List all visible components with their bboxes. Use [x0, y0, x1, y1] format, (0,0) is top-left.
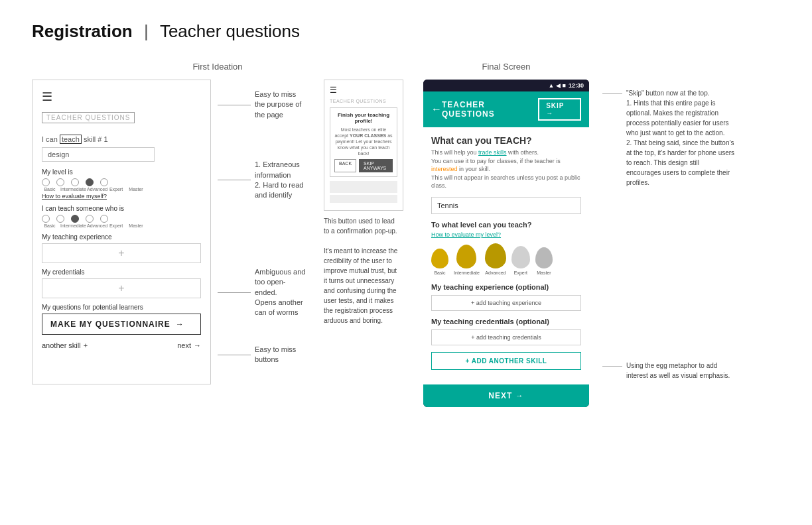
right-annotations: "Skip" button now at the top. 1. Hints t…	[602, 62, 735, 407]
back-arrow-icon[interactable]: ←	[431, 103, 442, 115]
egg-advanced: Advanced	[485, 243, 506, 275]
phone-body: What can you TEACH? This will help you t…	[423, 127, 589, 384]
page-header: Registration | Teacher questions	[0, 0, 812, 55]
wf-content-block-1	[330, 181, 397, 193]
hamburger-icon: ☰	[42, 89, 201, 104]
egg-master-shape	[535, 247, 553, 268]
wf-credentials-plus[interactable]: +	[42, 278, 201, 298]
egg-row: Basic Intermediate Advanced Expert	[431, 243, 581, 275]
first-ideation-label: First Ideation	[192, 62, 242, 72]
wf-teach-highlight: teach	[60, 135, 82, 144]
phone-section-title: What can you TEACH?	[431, 135, 581, 146]
egg-master-label: Master	[537, 270, 551, 275]
wf-mobile-popup: Finish your teaching profile! Most teach…	[330, 107, 397, 177]
trade-skills-link: trade skills	[478, 149, 507, 156]
skip-btn-label: SKIP →	[546, 102, 573, 117]
wf-mobile-title: TEACHER QUESTIONS	[330, 99, 397, 103]
wireframe-mobile: ☰ TEACHER QUESTIONS Finish your teaching…	[324, 80, 403, 211]
right-panel: Final Screen ▲ ◀ ■ 12:30 ← TEACHER QUEST…	[423, 62, 780, 407]
wf-bottom-bar: another skill + next →	[42, 341, 201, 349]
annot-easy-to-miss-buttons: Easy to miss buttons	[255, 345, 306, 365]
phone-header-title: TEACHER QUESTIONS	[442, 100, 538, 119]
another-skill-label: another skill	[42, 341, 81, 349]
next-label: next	[177, 341, 191, 349]
wf-evaluate-link[interactable]: How to evaluate myself?	[42, 193, 201, 200]
wf-popup-title: Finish your teaching profile!	[334, 112, 393, 124]
wifi-icon: ▲ ◀ ■	[549, 82, 566, 89]
final-screen-label: Final Screen	[482, 62, 531, 72]
skip-annotation: "Skip" button now at the top. 1. Hints t…	[602, 88, 735, 188]
phone-eval-link[interactable]: How to evaluate my level?	[431, 231, 581, 238]
wf-experience-plus[interactable]: +	[42, 243, 201, 263]
wf-mobile-hamburger: ☰	[330, 86, 397, 95]
phone-skip-btn[interactable]: SKIP →	[538, 98, 581, 121]
annot-ambiguous: Ambiguous and too open-ended.Opens anoth…	[255, 267, 306, 318]
phone-add-another-btn[interactable]: + ADD ANOTHER SKILL	[431, 352, 581, 370]
egg-annotation-text: Using the egg metaphor to add interest a…	[626, 361, 735, 380]
next-arrow-icon: →	[194, 341, 201, 349]
final-screen-col: Final Screen ▲ ◀ ■ 12:30 ← TEACHER QUEST…	[423, 62, 589, 407]
wf-back-btn[interactable]: BACK	[334, 159, 356, 172]
phone-next-label: NEXT →	[488, 391, 523, 400]
egg-intermediate-shape	[456, 245, 476, 268]
phone-header: ← TEACHER QUESTIONS SKIP →	[423, 91, 589, 127]
egg-intermediate: Intermediate	[454, 245, 480, 275]
egg-expert-label: Expert	[514, 270, 527, 275]
egg-intermediate-label: Intermediate	[454, 270, 480, 275]
add-experience-label: + add teaching experience	[471, 300, 541, 306]
page-title-light: Teacher questions	[160, 21, 300, 41]
wf-questionnaire-btn[interactable]: MAKE MY QUESTIONNAIRE →	[42, 314, 201, 335]
phone-level-title: To what level can you teach?	[431, 221, 581, 229]
wf-skill-box: design	[42, 147, 155, 162]
phone-experience-label: My teaching experience (optional)	[431, 283, 581, 291]
wf-another-skill-btn[interactable]: another skill +	[42, 341, 88, 349]
egg-advanced-label: Advanced	[485, 270, 506, 275]
phone-add-experience-btn[interactable]: + add teaching experience	[431, 295, 581, 311]
egg-expert-shape	[511, 246, 530, 268]
mobile-annotation-text: This button used to leadto a confirmatio…	[324, 216, 397, 325]
wf-experience-label: My teaching experience	[42, 233, 201, 241]
wf-next-btn[interactable]: next →	[177, 341, 201, 349]
wf-content-block-2	[330, 195, 397, 203]
phone-status-bar: ▲ ◀ ■ 12:30	[423, 80, 589, 91]
wf-i-can-text: I can teach skill # 1	[42, 135, 201, 143]
wf-title: TEACHER QUESTIONS	[42, 112, 135, 123]
phone-add-credentials-btn[interactable]: + add teaching credentials	[431, 329, 581, 345]
add-credentials-label: + add teaching credentials	[471, 334, 541, 341]
wf-level-label: My level is	[42, 168, 201, 176]
wireframe-container: ☰ TEACHER QUESTIONS I can teach skill # …	[32, 80, 403, 384]
another-skill-plus-icon: +	[84, 341, 88, 349]
annot-easy-to-miss: Easy to miss the purpose of the page	[255, 89, 306, 120]
wf-teach-someone-label: I can teach someone who is	[42, 205, 201, 212]
add-another-label: + ADD ANOTHER SKILL	[466, 357, 547, 365]
wf-popup-text: Most teachers on elite accept YOUR CLASS…	[334, 127, 393, 156]
wf-credentials-label: My credentials	[42, 268, 201, 276]
skill-input[interactable]	[431, 197, 581, 214]
annot-extraneous: 1. Extraneous information2. Hard to read…	[255, 160, 306, 201]
egg-master: Master	[535, 247, 553, 275]
egg-basic-label: Basic	[434, 270, 445, 275]
egg-annotation: Using the egg metaphor to add interest a…	[602, 361, 735, 380]
wf-skip-btn[interactable]: SKIP ANYWAYS	[359, 159, 393, 172]
wf-popup-highlight: YOUR CLASSES	[350, 133, 386, 138]
wf-popup-buttons: BACK SKIP ANYWAYS	[334, 159, 393, 172]
wireframe-desktop: ☰ TEACHER QUESTIONS I can teach skill # …	[32, 80, 211, 384]
wf-questionnaire-label: My questions for potential learners	[42, 304, 201, 311]
phone-section-subtitle: This will help you trade skills with oth…	[431, 148, 581, 190]
phone-next-btn[interactable]: NEXT →	[423, 384, 589, 407]
egg-expert: Expert	[511, 246, 530, 275]
questionnaire-arrow-icon: →	[176, 320, 184, 329]
skip-annotation-text: "Skip" button now at the top. 1. Hints t…	[626, 88, 735, 188]
interested-highlight: interested	[431, 166, 458, 172]
content-area: First Ideation ☰ TEACHER QUESTIONS I can…	[0, 55, 812, 420]
phone-time: 12:30	[569, 82, 584, 89]
left-panel: First Ideation ☰ TEACHER QUESTIONS I can…	[32, 62, 403, 407]
phone-credentials-label: My teaching credentials (optional)	[431, 318, 581, 325]
egg-basic: Basic	[431, 249, 448, 275]
page-title-divider: |	[139, 21, 153, 41]
egg-advanced-shape	[485, 243, 506, 268]
egg-basic-shape	[431, 249, 448, 268]
page-title-bold: Registration	[32, 21, 133, 41]
phone-mockup: ▲ ◀ ■ 12:30 ← TEACHER QUESTIONS SKIP → W…	[423, 80, 589, 407]
